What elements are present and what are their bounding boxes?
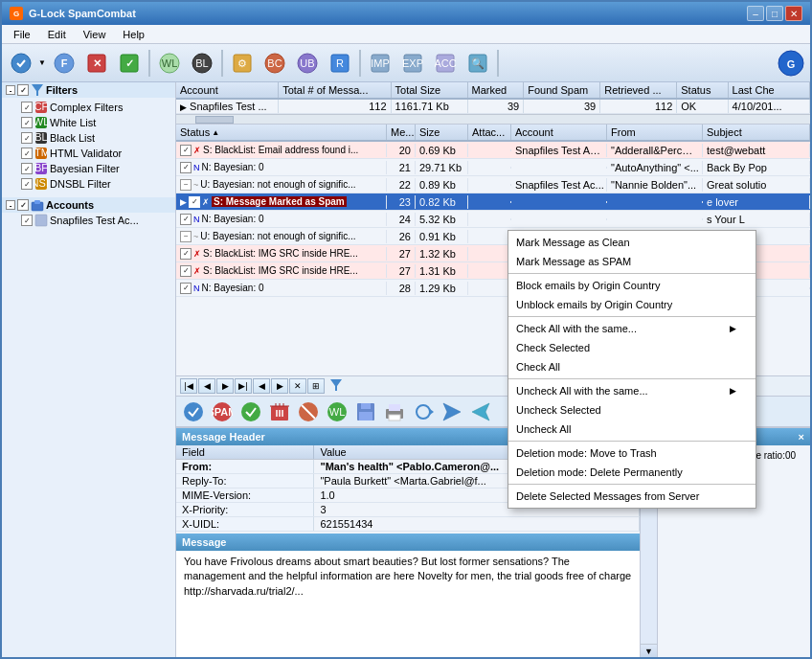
html-checkbox[interactable]: ✓: [21, 148, 33, 159]
row4-checkbox[interactable]: ✓: [180, 214, 192, 225]
row2-checkbox[interactable]: ~: [180, 179, 192, 191]
maximize-button[interactable]: □: [766, 6, 783, 21]
msg-row-1[interactable]: ✓ N N: Bayesian: 0 21 29.71 Kb "AutoAnyt…: [176, 159, 810, 176]
filter-dnsbl[interactable]: ✓ DNSBL DNSBL Filter: [17, 176, 175, 192]
filters-expand[interactable]: -: [6, 85, 15, 95]
nav-first[interactable]: |◀: [180, 378, 197, 394]
toolbar-account-btn[interactable]: ACC: [430, 48, 461, 79]
nav-last[interactable]: ▶|: [235, 378, 252, 394]
bayesian-checkbox[interactable]: ✓: [21, 163, 33, 174]
complex-checkbox[interactable]: ✓: [21, 102, 33, 113]
msg-col-me[interactable]: Me...: [387, 125, 416, 140]
accounts-expand[interactable]: -: [6, 200, 15, 210]
row5-checkbox[interactable]: ~: [180, 231, 192, 242]
row7-checkbox[interactable]: ✓: [180, 265, 192, 277]
action-clean[interactable]: [237, 399, 264, 424]
toolbar-filter-btn[interactable]: F: [49, 48, 79, 79]
toolbar-import-btn[interactable]: IMP: [365, 48, 395, 79]
action-refresh[interactable]: [410, 399, 437, 424]
side-panel-close[interactable]: ×: [799, 431, 804, 443]
accounts-checkbox[interactable]: ✓: [17, 199, 29, 211]
msg-col-subject[interactable]: Subject: [703, 125, 810, 140]
menu-view[interactable]: View: [76, 28, 114, 41]
ctx-mark-spam[interactable]: Mark Message as SPAM: [508, 252, 756, 271]
msg-col-attac[interactable]: Attac...: [468, 125, 511, 140]
account-scrollbar-h[interactable]: [176, 114, 810, 124]
toolbar-drop-btn[interactable]: ▼: [37, 48, 47, 79]
filter-whitelist[interactable]: ✓ WL White List: [17, 115, 175, 130]
ctx-deletion-trash[interactable]: Deletion mode: Move to Trash: [508, 443, 756, 463]
msg-col-from[interactable]: From: [607, 125, 703, 140]
msg-col-size[interactable]: Size: [416, 125, 468, 140]
account-row[interactable]: ▶ Snapfiles Test ... 112 1161.71 Kb 39 3…: [176, 99, 810, 114]
nav-prev[interactable]: ◀: [198, 378, 215, 394]
col-status[interactable]: Status: [677, 82, 728, 99]
nav-play[interactable]: ▶: [216, 378, 234, 394]
nav-next2[interactable]: ▶: [271, 378, 288, 394]
ctx-check-selected[interactable]: Check Selected: [508, 338, 756, 357]
menu-help[interactable]: Help: [115, 28, 152, 41]
toolbar-whitelist-btn[interactable]: WL: [154, 48, 185, 79]
toolbar-export-btn[interactable]: EXP: [397, 48, 428, 79]
col-total-size[interactable]: Total Size: [391, 82, 467, 99]
menu-file[interactable]: File: [6, 28, 38, 41]
filters-checkbox[interactable]: ✓: [17, 84, 29, 96]
action-whitelist[interactable]: WL: [324, 399, 350, 424]
nav-prev2[interactable]: ◀: [253, 378, 270, 394]
ctx-deletion-permanent[interactable]: Deletion mode: Delete Permanently: [508, 463, 756, 482]
blacklist-checkbox[interactable]: ✓: [21, 132, 33, 144]
toolbar-blacklist-btn[interactable]: BL: [187, 48, 217, 79]
whitelist-checkbox[interactable]: ✓: [21, 117, 33, 128]
nav-grid[interactable]: ⊞: [307, 378, 325, 394]
toolbar-block-country-btn[interactable]: BC: [259, 48, 290, 79]
account-snapfiles[interactable]: ✓ Snapfiles Test Ac...: [17, 213, 175, 228]
msg-col-status[interactable]: Status ▲: [176, 125, 387, 140]
action-save[interactable]: [352, 399, 379, 424]
filter-html[interactable]: ✓ HTML HTML Validator: [17, 146, 175, 161]
filter-blacklist[interactable]: ✓ BL Black List: [17, 130, 175, 146]
toolbar-logo-btn[interactable]: G: [776, 48, 806, 79]
row3-checkbox[interactable]: ✓: [189, 196, 200, 208]
snapfiles-checkbox[interactable]: ✓: [21, 215, 33, 226]
title-bar-controls[interactable]: – □ ✕: [747, 6, 802, 21]
msg-col-account[interactable]: Account: [511, 125, 607, 140]
row8-checkbox[interactable]: ✓: [180, 283, 192, 294]
row6-checkbox[interactable]: ✓: [180, 248, 192, 260]
toolbar-search-btn[interactable]: 🔍: [462, 48, 493, 79]
col-total-msgs[interactable]: Total # of Messa...: [279, 82, 391, 99]
col-account[interactable]: Account: [176, 82, 279, 99]
action-mark-spam[interactable]: SPAM: [209, 399, 236, 424]
action-receive[interactable]: [467, 399, 494, 424]
action-check-btn[interactable]: [180, 399, 207, 424]
msg-row-2[interactable]: ~ ~ U: Bayesian: not enough of signific.…: [176, 176, 810, 193]
minimize-button[interactable]: –: [747, 6, 764, 21]
close-button[interactable]: ✕: [785, 6, 802, 21]
msg-body-content[interactable]: You have Frivolous dreams about smart be…: [176, 551, 640, 657]
row0-checkbox[interactable]: ✓: [180, 145, 192, 156]
action-print[interactable]: [381, 399, 408, 424]
toolbar-settings-btn[interactable]: ⚙: [227, 48, 258, 79]
action-send[interactable]: [439, 399, 465, 424]
ctx-uncheck-selected[interactable]: Uncheck Selected: [508, 400, 756, 420]
action-delete[interactable]: [266, 399, 293, 424]
menu-edit[interactable]: Edit: [40, 28, 74, 41]
action-block[interactable]: [295, 399, 322, 424]
ctx-block-country[interactable]: Block emails by Origin Country: [508, 276, 756, 295]
col-retrieved[interactable]: Retrieved ...: [600, 82, 677, 99]
toolbar-unblock-btn[interactable]: UB: [292, 48, 323, 79]
toolbar-check-btn[interactable]: [6, 48, 36, 79]
ctx-delete-from-server[interactable]: Delete Selected Messages from Server: [508, 487, 756, 506]
msg-row-0[interactable]: ✓ ✗ S: BlackList: Email address found i.…: [176, 142, 810, 159]
filter-bayesian[interactable]: ✓ BF Bayesian Filter: [17, 161, 175, 176]
ctx-mark-clean[interactable]: Mark Message as Clean: [508, 233, 756, 252]
ctx-uncheck-all[interactable]: Uncheck All: [508, 420, 756, 439]
msg-row-3[interactable]: ▶ ✓ ✗ S: Message Marked as Spam 23 0.82 …: [176, 193, 810, 211]
toolbar-rules-btn[interactable]: R: [325, 48, 355, 79]
row1-checkbox[interactable]: ✓: [180, 162, 192, 173]
col-last-check[interactable]: Last Che: [728, 82, 809, 99]
nav-stop[interactable]: ✕: [289, 378, 306, 394]
ctx-check-all-same[interactable]: Check All with the same... ▶: [508, 319, 756, 338]
scroll-down[interactable]: ▼: [641, 644, 657, 657]
msg-row-4[interactable]: ✓ N N: Bayesian: 0 24 5.32 Kb s Your L: [176, 211, 810, 228]
toolbar-mark-clean-btn[interactable]: ✓: [114, 48, 145, 79]
